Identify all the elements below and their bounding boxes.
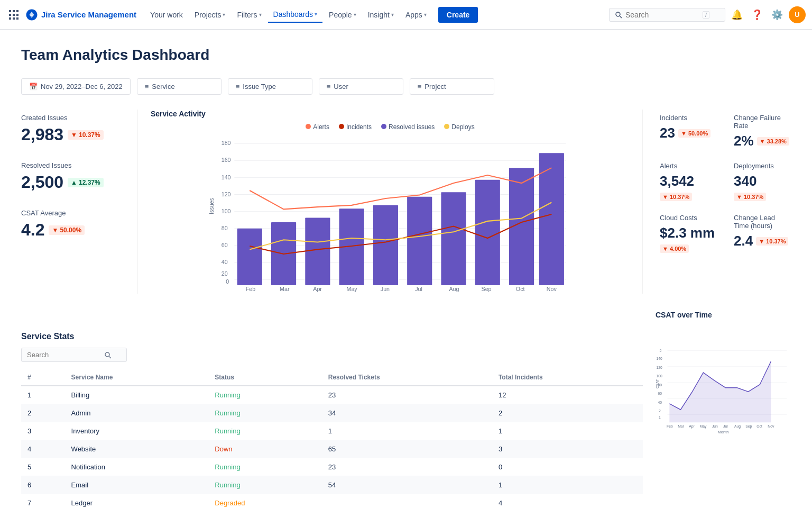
cell-service-name: Admin (65, 404, 209, 422)
svg-text:40: 40 (658, 401, 662, 404)
svg-text:Apr: Apr (313, 286, 322, 292)
topnav: Jira Service Management Your work Projec… (0, 0, 812, 30)
metric-alerts-value: 3,542 ▼ 10.37% (660, 173, 717, 201)
cell-num: 4 (21, 440, 65, 458)
metric-cloud-costs: Cloud Costs $2.3 mm ▼ 4.00% (660, 214, 717, 253)
svg-text:Aug: Aug (734, 424, 741, 429)
cell-service-name: Website (65, 440, 209, 458)
filter-service-icon: ≡ (145, 83, 149, 90)
filter-project-icon: ≡ (418, 83, 422, 90)
nav-projects[interactable]: Projects ▾ (189, 7, 231, 22)
table-row: 6 Email Running 54 1 (21, 476, 643, 494)
svg-text:80: 80 (222, 225, 228, 231)
svg-text:180: 180 (222, 140, 231, 146)
app-logo[interactable]: Jira Service Management (25, 8, 136, 21)
cell-resolved: 65 (322, 440, 492, 458)
table-row: 7 Ledger Degraded 4 (21, 494, 643, 509)
cell-incidents: 0 (492, 458, 643, 476)
svg-text:Feb: Feb (667, 424, 673, 428)
svg-text:Jul: Jul (415, 286, 422, 292)
svg-point-52 (105, 352, 109, 357)
svg-text:Oct: Oct (756, 424, 762, 428)
search-box[interactable]: / (609, 8, 725, 22)
svg-text:40: 40 (222, 259, 228, 265)
service-stats: Service Stats # Service Name Status (21, 332, 643, 508)
table-search-input[interactable] (27, 351, 101, 359)
legend-deploys: Deploys (444, 123, 474, 131)
settings-button[interactable]: ⚙️ (769, 6, 786, 23)
filter-project[interactable]: ≡ Project (410, 78, 494, 95)
avatar[interactable]: U (789, 6, 806, 23)
cell-service-name: Inventory (65, 422, 209, 440)
cell-num: 1 (21, 386, 65, 404)
svg-text:Nov: Nov (547, 286, 557, 292)
svg-rect-33 (305, 217, 330, 285)
svg-text:140: 140 (657, 357, 663, 360)
legend-resolved: Resolved issues (381, 123, 435, 131)
metric-incidents-label: Incidents (660, 114, 717, 122)
svg-text:Issues: Issues (208, 198, 215, 214)
page-content: Team Analytics Dashboard 📅 Nov 29, 2022–… (0, 30, 812, 508)
nav-apps[interactable]: Apps ▾ (400, 7, 432, 22)
help-button[interactable]: ❓ (749, 6, 765, 23)
cell-status: Running (208, 422, 321, 440)
svg-text:20: 20 (222, 270, 228, 277)
projects-chevron: ▾ (223, 12, 225, 17)
svg-text:May: May (700, 424, 707, 429)
nav-dashboards[interactable]: Dashboards ▾ (268, 7, 323, 23)
filter-date-range[interactable]: 📅 Nov 29, 2022–Dec 6, 2022 (21, 78, 131, 95)
cell-status: Down (208, 440, 321, 458)
grid-menu-icon[interactable] (6, 7, 21, 22)
svg-text:Feb: Feb (246, 286, 255, 292)
metric-incidents: Incidents 23 ▼ 50.00% (660, 114, 717, 149)
svg-text:100: 100 (657, 374, 663, 378)
table-row: 5 Notification Running 23 0 (21, 458, 643, 476)
search-input[interactable] (625, 11, 699, 19)
notifications-button[interactable]: 🔔 (728, 6, 745, 23)
svg-text:Jun: Jun (712, 424, 718, 428)
nav-insight[interactable]: Insight ▾ (363, 7, 399, 22)
right-metrics: Incidents 23 ▼ 50.00% Change Failure Rat… (643, 110, 791, 294)
metric-cfr-label: Change Failure Rate (734, 114, 791, 130)
csat-badge: ▼ 50.00% (49, 225, 85, 235)
col-incidents: Total Incidents (492, 369, 643, 386)
svg-rect-7 (13, 17, 15, 20)
calendar-icon: 📅 (29, 83, 38, 90)
metric-cloud-badge: ▼ 4.00% (660, 244, 689, 253)
cell-resolved (322, 494, 492, 509)
metric-deployments-value: 340 ▼ 10.37% (734, 173, 791, 201)
filter-service[interactable]: ≡ Service (137, 78, 222, 95)
table-search-box[interactable] (21, 348, 127, 362)
nav-your-work[interactable]: Your work (145, 7, 188, 22)
csat-value: 4.2 ▼ 50.00% (21, 220, 121, 240)
legend-incidents: Incidents (339, 123, 372, 131)
cell-num: 3 (21, 422, 65, 440)
svg-rect-35 (373, 205, 398, 285)
nav-filters[interactable]: Filters ▾ (232, 7, 266, 22)
filter-issue-label: Issue Type (243, 83, 276, 90)
create-button[interactable]: Create (438, 7, 478, 23)
resolved-issues-block: Resolved Issues 2,500 ▲ 12.37% (21, 161, 121, 192)
svg-rect-1 (13, 10, 15, 12)
svg-text:Oct: Oct (516, 286, 525, 292)
metric-alerts-label: Alerts (660, 162, 717, 170)
metric-cfr-value: 2% ▼ 33.28% (734, 133, 791, 149)
svg-text:Mar: Mar (280, 286, 290, 292)
service-activity-chart: 180 160 140 120 100 80 60 40 20 0 Issues (151, 135, 630, 294)
service-stats-table: # Service Name Status Resolved Tickets T… (21, 369, 643, 508)
metric-cloud-value: $2.3 mm ▼ 4.00% (660, 225, 717, 253)
metric-change-lead-time: Change Lead Time (hours) 2.4 ▼ 10.37% (734, 214, 791, 253)
col-service-name: Service Name (65, 369, 209, 386)
metric-alerts: Alerts 3,542 ▼ 10.37% (660, 162, 717, 201)
filter-issue-type[interactable]: ≡ Issue Type (228, 78, 312, 95)
table-header-row: # Service Name Status Resolved Tickets T… (21, 369, 643, 386)
bottom-row: Service Stats # Service Name Status (21, 311, 791, 508)
legend-alerts: Alerts (306, 123, 329, 131)
svg-text:May: May (347, 286, 358, 292)
apps-chevron: ▾ (424, 12, 427, 17)
cell-num: 5 (21, 458, 65, 476)
filter-service-label: Service (152, 83, 174, 90)
alerts-line (250, 168, 551, 209)
nav-people[interactable]: People ▾ (324, 7, 362, 22)
filter-user[interactable]: ≡ User (319, 78, 403, 95)
